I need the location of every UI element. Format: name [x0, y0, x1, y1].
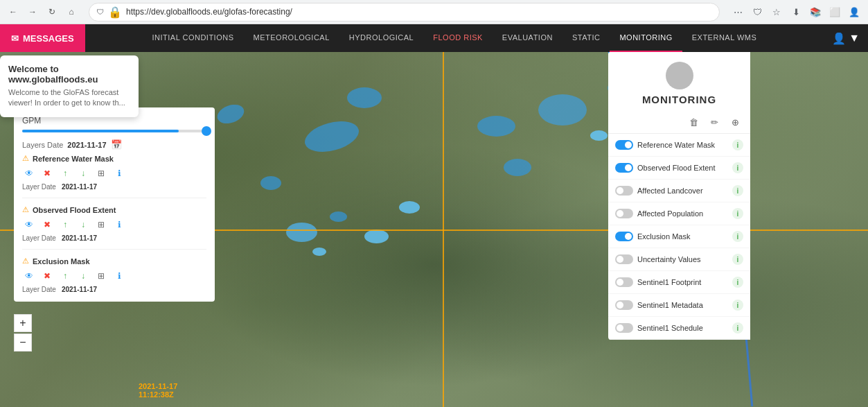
layer-date-label: Layer Date	[22, 234, 56, 242]
nav-initial-conditions[interactable]: INITIAL CONDITIONS	[143, 24, 244, 52]
toggle-sentinel1-metadata[interactable]	[615, 300, 633, 310]
forward-button[interactable]: →	[25, 4, 40, 19]
toggle-affected-landcover[interactable]	[615, 186, 633, 196]
grid-button[interactable]: ⊞	[94, 218, 108, 232]
monitoring-item-exclusion-mask[interactable]: Exclusion Mask i	[608, 225, 750, 248]
left-panel: GPM Layers Date 2021-11-17 📅 ⚠ Reference…	[14, 107, 215, 302]
move-down-button[interactable]: ↓	[76, 166, 90, 180]
home-button[interactable]: ⌂	[64, 4, 79, 19]
info-exclusion-mask[interactable]: i	[732, 231, 743, 242]
info-affected-landcover[interactable]: i	[732, 185, 743, 196]
item-name: Sentinel1 Metadata	[637, 301, 728, 309]
security-icon: 🛡	[96, 8, 104, 16]
item-name: Affected Population	[637, 209, 728, 218]
info-flood-extent[interactable]: i	[732, 162, 743, 173]
nav-evaluation[interactable]: EVALUATION	[493, 24, 563, 52]
info-sentinel1-footprint[interactable]: i	[732, 277, 743, 288]
nav-meteorological[interactable]: METEOROLOGICAL	[244, 24, 339, 52]
grid-button[interactable]: ⊞	[94, 166, 108, 180]
sidebar-button[interactable]: ⬜	[826, 3, 843, 20]
toggle-sentinel1-schedule[interactable]	[615, 323, 633, 333]
slider-fill	[22, 130, 179, 132]
move-up-button[interactable]: ↑	[58, 269, 72, 283]
layers-date-value: 2021-11-17	[67, 141, 106, 149]
layer-title: ⚠ Reference Water Mask	[22, 154, 206, 163]
move-down-button[interactable]: ↓	[76, 269, 90, 283]
refresh-button[interactable]: ↻	[44, 4, 60, 19]
layers-date-row: Layers Date 2021-11-17 📅	[22, 139, 206, 150]
nav-flood-risk[interactable]: FLOOD RISK	[423, 24, 493, 52]
layer-date-label: Layer Date	[22, 286, 56, 293]
monitoring-item-flood-extent[interactable]: Observed Flood Extent i	[608, 157, 750, 180]
nav-hydrological[interactable]: HYDROLOGICAL	[339, 24, 423, 52]
grid-button[interactable]: ⊞	[94, 269, 108, 283]
nav-monitoring[interactable]: MONITORING	[610, 24, 682, 52]
info-button[interactable]: ℹ	[112, 218, 126, 232]
info-button[interactable]: ℹ	[112, 269, 126, 283]
toggle-reference-water[interactable]	[615, 140, 633, 150]
layer-date-value: 2021-11-17	[62, 234, 97, 242]
top-navigation: ✉ MESSAGES INITIAL CONDITIONS METEOROLOG…	[0, 24, 868, 52]
info-button[interactable]: ℹ	[112, 166, 126, 180]
remove-button[interactable]: ✖	[40, 166, 54, 180]
edit-layer-button[interactable]: ✏	[706, 114, 723, 130]
layer-date-label: Layer Date	[22, 183, 56, 191]
layer-date-row: Layer Date 2021-11-17	[22, 286, 206, 293]
monitoring-panel: MONITORING 🗑 ✏ ⊕ Reference Water Mask i …	[608, 52, 750, 340]
messages-label: MESSAGES	[23, 33, 74, 44]
gpm-label: GPM	[22, 116, 206, 125]
nav-external-wms[interactable]: EXTERNAL WMS	[682, 24, 767, 52]
visibility-button[interactable]: 👁	[22, 269, 36, 283]
monitoring-item-sentinel1-footprint[interactable]: Sentinel1 Footprint i	[608, 271, 750, 294]
visibility-button[interactable]: 👁	[22, 166, 36, 180]
monitoring-item-sentinel1-metadata[interactable]: Sentinel1 Metadata i	[608, 294, 750, 317]
layer-name: Reference Water Mask	[33, 155, 114, 163]
monitoring-item-affected-landcover[interactable]: Affected Landcover i	[608, 180, 750, 202]
calendar-icon[interactable]: 📅	[111, 139, 122, 150]
monitoring-item-affected-population[interactable]: Affected Population i	[608, 202, 750, 225]
info-affected-population[interactable]: i	[732, 208, 743, 219]
download-button[interactable]: ⬇	[788, 3, 804, 20]
monitoring-item-sentinel1-schedule[interactable]: Sentinel1 Schedule i	[608, 317, 750, 340]
delete-layer-button[interactable]: 🗑	[685, 114, 702, 130]
move-up-button[interactable]: ↑	[58, 166, 72, 180]
info-uncertainty-values[interactable]: i	[732, 254, 743, 265]
info-reference-water[interactable]: i	[732, 139, 743, 150]
shield-button[interactable]: 🛡	[749, 3, 765, 20]
item-name: Exclusion Mask	[637, 232, 728, 241]
map-area[interactable]: 2021-11-17 11:12:38Z Welcome to www.glob…	[0, 52, 868, 407]
user-avatar-icon: 👤	[832, 32, 846, 45]
zoom-control: + −	[14, 314, 32, 352]
info-sentinel1-metadata[interactable]: i	[732, 300, 743, 311]
move-down-button[interactable]: ↓	[76, 218, 90, 232]
nav-static[interactable]: STATIC	[563, 24, 610, 52]
messages-button[interactable]: ✉ MESSAGES	[0, 24, 85, 52]
opacity-slider[interactable]	[22, 130, 206, 132]
toggle-exclusion-mask[interactable]	[615, 232, 633, 241]
toggle-flood-extent[interactable]	[615, 163, 633, 173]
toggle-affected-population[interactable]	[615, 209, 633, 218]
toggle-sentinel1-footprint[interactable]	[615, 277, 633, 287]
zoom-out-button[interactable]: −	[14, 334, 32, 352]
add-layer-button[interactable]: ⊕	[727, 114, 743, 130]
slider-thumb[interactable]	[202, 126, 211, 136]
toggle-uncertainty-values[interactable]	[615, 254, 633, 264]
zoom-in-button[interactable]: +	[14, 314, 32, 332]
visibility-button[interactable]: 👁	[22, 218, 36, 232]
move-up-button[interactable]: ↑	[58, 218, 72, 232]
profile-button[interactable]: 👤	[846, 3, 862, 20]
library-button[interactable]: 📚	[807, 3, 824, 20]
info-sentinel1-schedule[interactable]: i	[732, 322, 743, 334]
back-button[interactable]: ←	[6, 4, 21, 19]
star-button[interactable]: ☆	[768, 3, 785, 20]
monitoring-list: Reference Water Mask i Observed Flood Ex…	[608, 134, 750, 340]
item-name: Sentinel1 Footprint	[637, 278, 728, 286]
monitoring-item-reference-water[interactable]: Reference Water Mask i	[608, 134, 750, 157]
user-profile[interactable]: 👤 ▼	[824, 24, 868, 52]
url-input[interactable]	[126, 7, 712, 17]
monitoring-item-uncertainty-values[interactable]: Uncertainty Values i	[608, 248, 750, 271]
remove-button[interactable]: ✖	[40, 218, 54, 232]
extensions-button[interactable]: ⋯	[729, 3, 746, 20]
remove-button[interactable]: ✖	[40, 269, 54, 283]
warning-icon: ⚠	[22, 205, 29, 214]
